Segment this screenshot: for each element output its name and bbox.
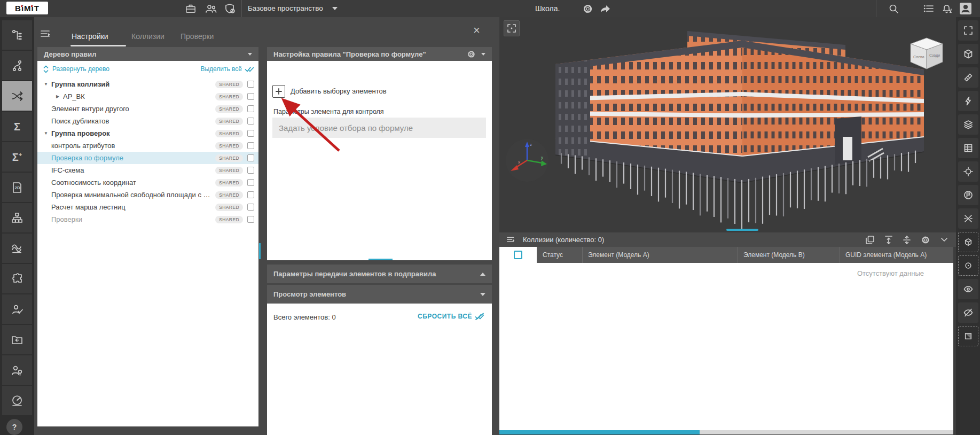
tree-row[interactable]: ПроверкиSHARED	[37, 213, 258, 226]
double-check-icon[interactable]	[245, 66, 254, 73]
notifications-bell-icon[interactable]	[940, 3, 953, 15]
building-model[interactable]	[499, 17, 956, 232]
tree-row[interactable]: Проверка по формулеSHARED	[37, 152, 258, 164]
rule-checkbox[interactable]	[247, 81, 254, 88]
column-header[interactable]: Элемент (Модель A)	[582, 247, 738, 263]
panel-menu-icon[interactable]	[40, 29, 52, 40]
tree-item-label[interactable]: Элемент внтури другого	[51, 105, 129, 113]
select-all-cell[interactable]	[499, 247, 537, 263]
rule-checkbox[interactable]	[247, 191, 254, 198]
collapsed-caret-icon[interactable]: ▶	[53, 94, 62, 99]
expanded-caret-icon[interactable]: ▼	[42, 131, 50, 136]
projects-briefcase-icon[interactable]	[185, 3, 197, 14]
ghost-mode-button[interactable]	[958, 232, 978, 252]
hide-elements-button[interactable]	[958, 302, 978, 323]
share-icon[interactable]	[599, 3, 611, 14]
viewport-3d[interactable]: Слева Сзади z y x	[499, 17, 956, 232]
collapse-chevron-icon[interactable]	[940, 237, 948, 243]
expanded-caret-icon[interactable]: ▼	[42, 82, 50, 87]
shared-folder-button[interactable]	[2, 325, 32, 354]
tree-row[interactable]: Элемент внтури другогоSHARED	[37, 103, 258, 115]
section-resize-handle[interactable]	[369, 259, 393, 260]
tree-row[interactable]: Поиск дубликатовSHARED	[37, 115, 258, 127]
tree-row[interactable]: Проверка минимальной свободной площади с…	[37, 189, 258, 201]
align-top-icon[interactable]	[884, 235, 893, 245]
tree-row[interactable]: Расчет марша лестницSHARED	[37, 201, 258, 213]
expand-up-caret-icon[interactable]	[480, 273, 485, 276]
team-icon[interactable]	[205, 3, 217, 14]
org-chart-button[interactable]	[2, 203, 32, 232]
expand-down-caret-icon[interactable]	[480, 293, 485, 296]
cube-right-face-label[interactable]: Сзади	[929, 53, 940, 58]
column-header[interactable]: Элемент (Модель B)	[738, 247, 840, 263]
collisions-menu-icon[interactable]	[506, 236, 516, 244]
project-settings-gear-icon[interactable]	[582, 3, 593, 14]
sum-add-button[interactable]: Σ+	[2, 142, 32, 172]
rule-checkbox[interactable]	[247, 154, 254, 161]
duplicate-icon[interactable]	[865, 235, 875, 245]
fit-view-button[interactable]	[958, 20, 978, 41]
pick-center-button[interactable]	[958, 255, 978, 276]
tree-item-label[interactable]: Проверки	[51, 215, 82, 223]
rule-settings-gear-icon[interactable]	[467, 50, 476, 59]
shield-status-icon[interactable]	[224, 3, 236, 14]
reset-all-link[interactable]: СБРОСИТЬ ВСЁ	[418, 313, 484, 320]
tab-checks[interactable]: Проверки	[181, 32, 214, 41]
list-menu-icon[interactable]	[923, 3, 935, 14]
table-button[interactable]	[958, 138, 978, 158]
tree-item-label[interactable]: контроль атрибутов	[51, 142, 115, 150]
tree-row[interactable]: ▼Группа коллизийSHARED	[37, 78, 258, 90]
user-check-button[interactable]	[2, 294, 32, 324]
rule-checkbox[interactable]	[247, 216, 254, 223]
section-button[interactable]	[958, 208, 978, 229]
collapse-caret-icon[interactable]	[481, 53, 485, 56]
navigation-cube[interactable]: Слева Сзади	[904, 36, 949, 72]
help-button[interactable]: ?	[6, 419, 22, 435]
tab-collisions[interactable]: Коллизии	[131, 32, 164, 41]
column-header[interactable]: Статус	[537, 247, 582, 263]
preview-elements-section[interactable]: Просмотр элементов	[267, 285, 492, 304]
search-icon[interactable]	[888, 3, 899, 14]
rule-checkbox[interactable]	[247, 167, 254, 174]
tree-row[interactable]: IFC-схемаSHARED	[37, 164, 258, 176]
tree-item-label[interactable]: Поиск дубликатов	[51, 117, 109, 125]
tree-item-label[interactable]: Соотносимость координат	[51, 178, 136, 187]
locate-button[interactable]	[958, 161, 978, 182]
collapse-caret-icon[interactable]	[248, 53, 252, 56]
branch-structure-button[interactable]	[2, 51, 32, 80]
column-header[interactable]: GUID элемента (Модель A)	[840, 247, 953, 263]
rule-checkbox[interactable]	[247, 179, 254, 186]
user-avatar[interactable]	[960, 3, 971, 14]
tree-row[interactable]: контроль атрибутовSHARED	[37, 139, 258, 152]
rule-checkbox[interactable]	[247, 142, 254, 149]
user-location-button[interactable]	[2, 355, 32, 385]
tree-item-label[interactable]: Проверка по формуле	[51, 154, 123, 162]
view-2d-button[interactable]: 2D	[2, 173, 32, 202]
viewport-select-button[interactable]	[504, 20, 520, 36]
collisions-settings-gear-icon[interactable]	[921, 235, 930, 245]
clash-button[interactable]	[958, 91, 978, 111]
horizontal-scrollbar[interactable]	[499, 430, 953, 434]
distribute-icon[interactable]	[903, 235, 911, 245]
workspace-selector[interactable]: Базовое пространство	[248, 4, 323, 12]
select-all-checkbox[interactable]	[514, 251, 522, 259]
show-elements-button[interactable]	[958, 279, 978, 299]
select-all-link[interactable]: Выделить всё	[200, 65, 242, 73]
tree-item-label[interactable]: Проверка минимальной свободной площади с…	[51, 191, 211, 199]
rule-checkbox[interactable]	[247, 204, 254, 211]
tree-item-label[interactable]: АР_ВК	[63, 92, 85, 100]
app-logo[interactable]: BiMiT	[6, 2, 48, 14]
panel-drag-handle[interactable]	[726, 229, 758, 231]
cube-left-face-label[interactable]: Слева	[913, 55, 924, 59]
rule-checkbox[interactable]	[247, 105, 254, 112]
workspace-caret-icon[interactable]	[332, 7, 338, 10]
clash-rules-button[interactable]	[2, 81, 32, 111]
flag-button[interactable]	[958, 185, 978, 205]
close-icon[interactable]: ×	[473, 25, 480, 36]
tree-row[interactable]: ▶АР_ВКSHARED	[37, 90, 258, 103]
rule-checkbox[interactable]	[247, 130, 254, 137]
rule-checkbox[interactable]	[247, 93, 254, 100]
tree-row[interactable]: ▼Группа проверокSHARED	[37, 127, 258, 139]
transparency-button[interactable]	[958, 326, 978, 346]
tree-item-label[interactable]: Группа проверок	[51, 129, 110, 137]
